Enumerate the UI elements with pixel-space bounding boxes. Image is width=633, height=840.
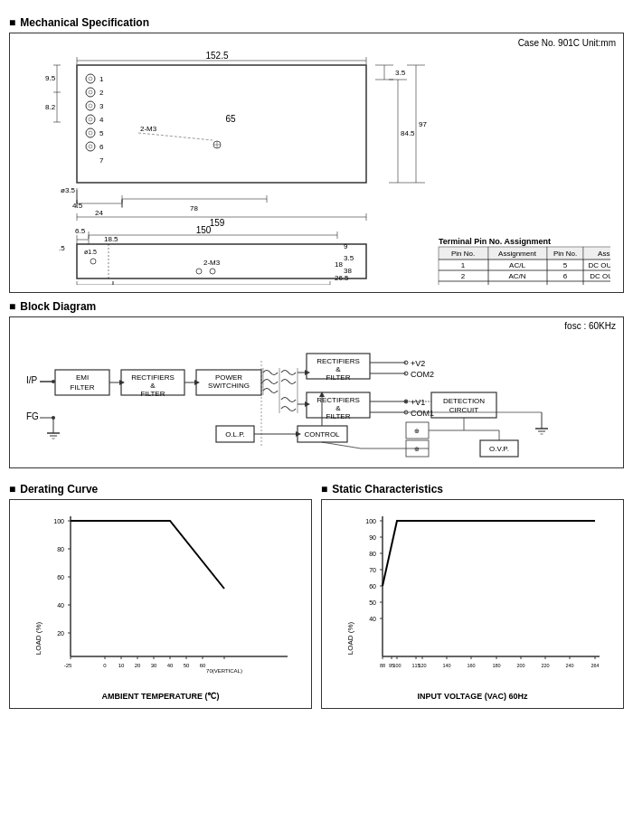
svg-point-14 bbox=[86, 115, 95, 124]
svg-text:I/P: I/P bbox=[26, 375, 38, 385]
svg-text:&: & bbox=[335, 404, 341, 412]
fosc-label: fosc : 60KHz bbox=[564, 321, 616, 331]
svg-text:&: & bbox=[150, 382, 156, 390]
svg-text:Pin No.: Pin No. bbox=[553, 250, 577, 258]
derating-section: Derating Curve LOAD (%) 100 80 60 bbox=[9, 476, 312, 709]
svg-point-12 bbox=[89, 104, 92, 108]
svg-text:CONTROL: CONTROL bbox=[304, 430, 340, 439]
svg-text:O.V.P.: O.V.P. bbox=[489, 445, 509, 453]
svg-text:26.5: 26.5 bbox=[335, 274, 349, 282]
svg-text:RECTIFIERS: RECTIFIERS bbox=[316, 396, 360, 404]
mechanical-title: Mechanical Specification bbox=[9, 16, 624, 29]
case-info: Case No. 901C Unit:mm bbox=[518, 38, 616, 48]
svg-text:2: 2 bbox=[461, 272, 466, 280]
svg-text:100: 100 bbox=[392, 663, 401, 668]
svg-line-32 bbox=[138, 133, 213, 140]
svg-text:EMI: EMI bbox=[76, 373, 89, 382]
svg-text:O.L.P.: O.L.P. bbox=[225, 430, 245, 439]
svg-text:97: 97 bbox=[419, 120, 427, 128]
svg-text:FILTER: FILTER bbox=[326, 373, 351, 382]
svg-point-83 bbox=[210, 269, 215, 274]
svg-text:3.5: 3.5 bbox=[344, 254, 354, 262]
svg-text:140: 140 bbox=[442, 663, 450, 668]
svg-text:6: 6 bbox=[563, 272, 568, 280]
svg-text:30: 30 bbox=[150, 663, 156, 668]
svg-text:20: 20 bbox=[134, 663, 140, 668]
svg-point-18 bbox=[89, 131, 92, 135]
svg-point-6 bbox=[89, 77, 92, 80]
svg-point-196 bbox=[405, 401, 408, 403]
svg-text:RECTIFIERS: RECTIFIERS bbox=[316, 357, 360, 365]
svg-text:40: 40 bbox=[369, 616, 376, 622]
svg-text:DC OUTPUT +V1: DC OUTPUT +V1 bbox=[588, 283, 610, 285]
svg-text:18.5: 18.5 bbox=[104, 235, 118, 243]
svg-marker-202 bbox=[296, 431, 301, 437]
derating-title: Derating Curve bbox=[9, 483, 312, 496]
svg-text:160: 160 bbox=[467, 663, 475, 668]
svg-text:FILTER: FILTER bbox=[141, 390, 165, 398]
svg-text:LOAD (%): LOAD (%) bbox=[346, 621, 354, 655]
svg-text:4.5: 4.5 bbox=[72, 202, 83, 210]
svg-text:LOAD (%): LOAD (%) bbox=[34, 621, 43, 655]
svg-marker-173 bbox=[305, 370, 310, 375]
svg-text:⊕: ⊕ bbox=[414, 428, 420, 434]
svg-text:40: 40 bbox=[166, 663, 173, 668]
svg-point-9 bbox=[89, 90, 92, 94]
svg-marker-160 bbox=[194, 380, 200, 385]
svg-point-8 bbox=[86, 88, 95, 97]
svg-text:COM2: COM2 bbox=[411, 370, 434, 379]
svg-text:180: 180 bbox=[492, 663, 500, 668]
block-diagram-svg: I/P FG EMI FILTER RECTIFIERS & FILTER bbox=[17, 325, 623, 460]
svg-text:⊕: ⊕ bbox=[414, 446, 420, 452]
svg-line-221 bbox=[322, 442, 361, 448]
svg-text:2-M3: 2-M3 bbox=[140, 125, 157, 133]
svg-text:Assignment: Assignment bbox=[598, 250, 610, 258]
svg-text:100: 100 bbox=[53, 518, 64, 524]
block-diagram-box: fosc : 60KHz I/P FG EMI FILTER RECTIFIER… bbox=[9, 316, 624, 468]
block-diagram-section: Block Diagram fosc : 60KHz I/P FG EMI FI… bbox=[9, 300, 624, 468]
svg-text:90: 90 bbox=[369, 534, 376, 541]
svg-text:FILTER: FILTER bbox=[326, 412, 351, 420]
svg-text:AC/L: AC/L bbox=[509, 261, 525, 269]
svg-text:5: 5 bbox=[99, 129, 104, 137]
svg-marker-155 bbox=[119, 380, 125, 385]
svg-text:1: 1 bbox=[99, 75, 104, 83]
svg-point-15 bbox=[89, 118, 92, 121]
svg-rect-4 bbox=[77, 65, 366, 183]
svg-text:5: 5 bbox=[563, 261, 568, 269]
svg-text:8.2: 8.2 bbox=[45, 103, 56, 111]
svg-text:60: 60 bbox=[369, 583, 376, 590]
svg-text:7: 7 bbox=[99, 156, 104, 165]
svg-text:70(VERTICAL): 70(VERTICAL) bbox=[206, 668, 242, 674]
svg-text:100: 100 bbox=[365, 518, 376, 524]
svg-text:6.5: 6.5 bbox=[75, 227, 86, 235]
svg-text:80: 80 bbox=[57, 546, 64, 552]
svg-text:RECTIFIERS: RECTIFIERS bbox=[131, 373, 175, 382]
svg-text:50: 50 bbox=[183, 663, 189, 668]
svg-text:240: 240 bbox=[565, 663, 573, 668]
svg-text:COM1: COM1 bbox=[411, 409, 434, 418]
svg-text:0: 0 bbox=[103, 663, 107, 668]
svg-text:60: 60 bbox=[199, 663, 205, 668]
svg-text:FG: FG bbox=[26, 411, 39, 421]
svg-text:84.5: 84.5 bbox=[401, 129, 415, 137]
svg-text:POWER: POWER bbox=[215, 373, 242, 382]
svg-text:2: 2 bbox=[99, 89, 104, 97]
derating-chart-svg: LOAD (%) 100 80 60 40 2 bbox=[30, 507, 292, 688]
mechanical-drawing-svg: 152.5 1 2 3 4 5 6 7 bbox=[23, 41, 610, 285]
mechanical-section: Mechanical Specification Case No. 901C U… bbox=[9, 16, 624, 293]
svg-text:65: 65 bbox=[225, 114, 236, 124]
svg-text:80: 80 bbox=[369, 551, 376, 557]
static-section: Static Characteristics LOAD (%) 100 90 8… bbox=[321, 476, 624, 709]
mechanical-spec-box: Case No. 901C Unit:mm 152.5 1 2 3 4 bbox=[9, 33, 624, 293]
svg-text:150: 150 bbox=[196, 225, 212, 235]
svg-text:3: 3 bbox=[461, 283, 466, 285]
svg-text:78: 78 bbox=[190, 204, 198, 212]
svg-point-17 bbox=[86, 128, 95, 137]
svg-text:70: 70 bbox=[369, 567, 376, 573]
svg-text:7: 7 bbox=[563, 283, 568, 285]
svg-text:88: 88 bbox=[379, 663, 384, 668]
svg-text:9.5: 9.5 bbox=[45, 74, 56, 82]
svg-point-77 bbox=[90, 259, 96, 264]
svg-text:3.5: 3.5 bbox=[395, 69, 406, 77]
